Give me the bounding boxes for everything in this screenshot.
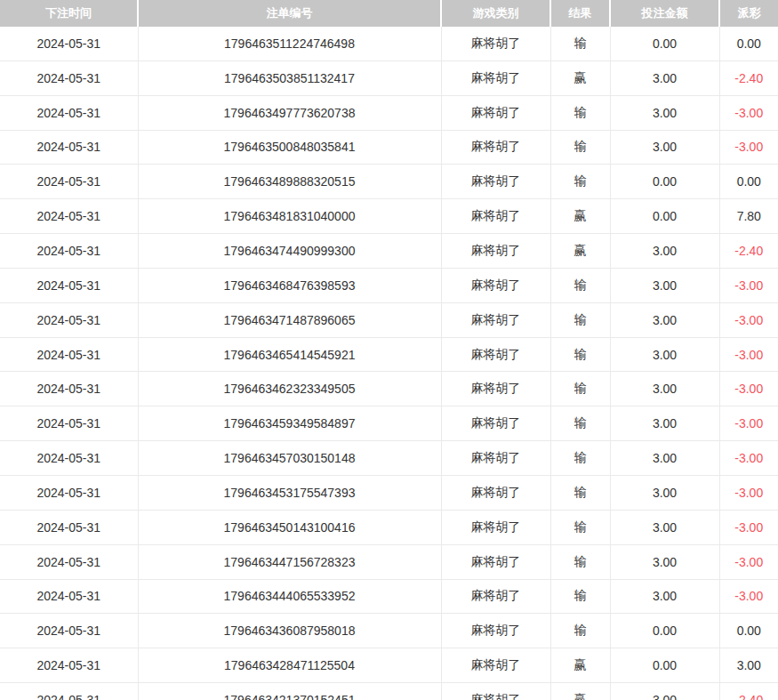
cell-time: 2024-05-31 (0, 165, 138, 199)
column-header-payout: 派彩 (719, 0, 778, 27)
cell-result: 赢 (550, 60, 610, 95)
cell-payout: -2.40 (719, 60, 778, 95)
cell-result: 输 (550, 130, 610, 165)
cell-time: 2024-05-31 (0, 337, 138, 372)
cell-amount: 3.00 (610, 475, 719, 510)
cell-amount: 3.00 (610, 302, 719, 337)
cell-order: 1796463500848035841 (138, 130, 441, 165)
cell-time: 2024-05-31 (0, 648, 138, 683)
cell-time: 2024-05-31 (0, 130, 138, 165)
cell-game: 麻将胡了 (441, 27, 550, 60)
cell-result: 输 (550, 95, 610, 130)
cell-amount: 3.00 (610, 441, 719, 476)
cell-amount: 3.00 (610, 130, 719, 165)
table-row: 2024-05-311796463481831040000麻将胡了赢0.007.… (0, 199, 778, 234)
cell-order: 1796463428471125504 (138, 648, 441, 683)
cell-amount: 0.00 (610, 199, 719, 234)
cell-result: 输 (550, 372, 610, 406)
table-row: 2024-05-311796463457030150148麻将胡了输3.00-3… (0, 441, 778, 476)
cell-result: 输 (550, 614, 610, 648)
cell-result: 输 (550, 510, 610, 544)
cell-payout: -3.00 (719, 337, 778, 372)
cell-order: 1796463511224746498 (138, 27, 441, 60)
cell-result: 赢 (550, 683, 610, 700)
cell-game: 麻将胡了 (441, 683, 550, 700)
cell-game: 麻将胡了 (441, 372, 550, 406)
cell-game: 麻将胡了 (441, 475, 550, 510)
cell-amount: 3.00 (610, 406, 719, 441)
cell-payout: -3.00 (719, 475, 778, 510)
cell-amount: 3.00 (610, 544, 719, 579)
cell-amount: 3.00 (610, 60, 719, 95)
cell-game: 麻将胡了 (441, 648, 550, 683)
cell-game: 麻将胡了 (441, 95, 550, 130)
cell-game: 麻将胡了 (441, 510, 550, 544)
cell-result: 输 (550, 544, 610, 579)
table-row: 2024-05-311796463471487896065麻将胡了输3.00-3… (0, 302, 778, 337)
cell-result: 输 (550, 441, 610, 476)
cell-time: 2024-05-31 (0, 268, 138, 302)
cell-order: 1796463462323349505 (138, 372, 441, 406)
cell-game: 麻将胡了 (441, 579, 550, 614)
cell-payout: 3.00 (719, 648, 778, 683)
cell-time: 2024-05-31 (0, 95, 138, 130)
table-row: 2024-05-311796463511224746498麻将胡了输0.000.… (0, 27, 778, 60)
cell-payout: -3.00 (719, 406, 778, 441)
cell-amount: 3.00 (610, 683, 719, 700)
cell-amount: 3.00 (610, 234, 719, 269)
cell-time: 2024-05-31 (0, 614, 138, 648)
cell-order: 1796463450143100416 (138, 510, 441, 544)
cell-amount: 3.00 (610, 579, 719, 614)
cell-result: 输 (550, 302, 610, 337)
cell-game: 麻将胡了 (441, 337, 550, 372)
column-header-game-type: 游戏类别 (441, 0, 550, 27)
cell-payout: 0.00 (719, 27, 778, 60)
cell-payout: -3.00 (719, 441, 778, 476)
cell-amount: 3.00 (610, 337, 719, 372)
cell-order: 1796463457030150148 (138, 441, 441, 476)
cell-result: 输 (550, 165, 610, 199)
table-row: 2024-05-311796463453175547393麻将胡了输3.00-3… (0, 475, 778, 510)
cell-order: 1796463481831040000 (138, 199, 441, 234)
table-row: 2024-05-311796463444065533952麻将胡了输3.00-3… (0, 579, 778, 614)
cell-game: 麻将胡了 (441, 544, 550, 579)
cell-amount: 0.00 (610, 614, 719, 648)
cell-payout: -3.00 (719, 95, 778, 130)
header-row: 下注时间 注单编号 游戏类别 结果 投注金额 派彩 (0, 0, 778, 27)
table-row: 2024-05-311796463459349584897麻将胡了输3.00-3… (0, 406, 778, 441)
cell-result: 输 (550, 268, 610, 302)
table-header: 下注时间 注单编号 游戏类别 结果 投注金额 派彩 (0, 0, 778, 27)
cell-game: 麻将胡了 (441, 165, 550, 199)
cell-time: 2024-05-31 (0, 441, 138, 476)
table-row: 2024-05-311796463436087958018麻将胡了输0.000.… (0, 614, 778, 648)
table-row: 2024-05-311796463500848035841麻将胡了输3.00-3… (0, 130, 778, 165)
cell-payout: -3.00 (719, 510, 778, 544)
cell-time: 2024-05-31 (0, 579, 138, 614)
cell-order: 1796463436087958018 (138, 614, 441, 648)
cell-game: 麻将胡了 (441, 234, 550, 269)
table-row: 2024-05-311796463489888320515麻将胡了输0.000.… (0, 165, 778, 199)
column-header-bet-amount: 投注金额 (610, 0, 719, 27)
cell-amount: 0.00 (610, 165, 719, 199)
cell-time: 2024-05-31 (0, 406, 138, 441)
cell-result: 输 (550, 475, 610, 510)
cell-order: 1796463503851132417 (138, 60, 441, 95)
cell-order: 1796463459349584897 (138, 406, 441, 441)
cell-payout: 0.00 (719, 165, 778, 199)
table-row: 2024-05-311796463450143100416麻将胡了输3.00-3… (0, 510, 778, 544)
table-row: 2024-05-311796463474490999300麻将胡了赢3.00-2… (0, 234, 778, 269)
cell-payout: 0.00 (719, 614, 778, 648)
cell-payout: 7.80 (719, 199, 778, 234)
cell-payout: -3.00 (719, 579, 778, 614)
column-header-bet-time: 下注时间 (0, 0, 138, 27)
cell-time: 2024-05-31 (0, 199, 138, 234)
table-body: 2024-05-311796463511224746498麻将胡了输0.000.… (0, 27, 778, 700)
cell-payout: -3.00 (719, 302, 778, 337)
cell-game: 麻将胡了 (441, 268, 550, 302)
cell-result: 赢 (550, 234, 610, 269)
cell-result: 输 (550, 406, 610, 441)
cell-result: 赢 (550, 648, 610, 683)
cell-amount: 3.00 (610, 268, 719, 302)
cell-time: 2024-05-31 (0, 27, 138, 60)
cell-time: 2024-05-31 (0, 544, 138, 579)
